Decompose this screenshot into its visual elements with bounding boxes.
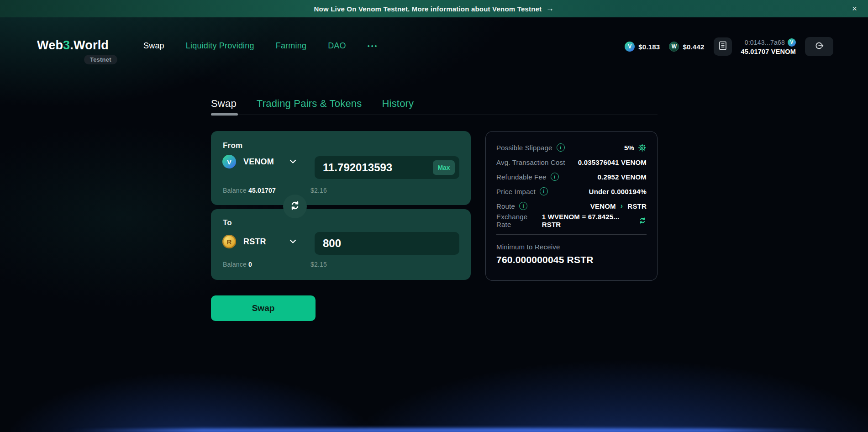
exchange-rate-row: Exchange Rate 1 WVENOM = 67.8425... RSTR [496,216,647,225]
disconnect-button[interactable] [805,37,833,56]
testnet-badge: Testnet [84,55,117,64]
wallet-venom-icon: V [788,38,796,47]
chevron-down-icon [289,237,296,246]
to-amount-input[interactable] [315,232,459,255]
to-token-name: RSTR [243,237,266,247]
avg-transaction-cost-row: Avg. Transaction Cost 0.035376041 VENOM [496,158,647,167]
refundable-fee-row: Refundable Feei 0.2952 VENOM [496,172,647,181]
from-balance: Balance45.01707 [223,187,276,194]
to-label: To [223,218,232,227]
to-balance-value: 0 [248,261,252,268]
wallet-address: 0:0143...7a68 [745,39,785,46]
info-icon[interactable]: i [540,187,548,195]
main-nav: Swap Liquidity Providing Farming DAO ••• [143,41,378,51]
venom-price[interactable]: V $0.183 [625,42,660,52]
possible-slippage-row: Possible Slippagei 5% [496,143,647,152]
logo[interactable]: Web3.World [37,38,109,53]
swap-direction-button[interactable] [283,195,307,218]
details-divider [496,234,647,235]
exchange-rate-value: 1 WVENOM = 67.8425... RSTR [542,213,635,228]
from-panel: From V VENOM Max Balance45.01707 $2.16 [211,131,471,205]
banner-link[interactable]: Now Live On Venom Testnet. More informat… [314,4,554,13]
bottom-glow [64,428,831,432]
from-label: From [223,141,242,150]
nav-item-swap[interactable]: Swap [143,41,164,51]
possible-slippage-label: Possible Slippage [496,144,552,152]
minimum-receive-value: 760.000000045 RSTR [496,254,647,265]
to-amount-wrap [315,232,459,255]
info-icon[interactable]: i [551,173,559,181]
swap-submit-button[interactable]: Swap [211,295,316,321]
document-icon [719,41,727,52]
from-balance-value: 45.01707 [248,187,276,194]
refresh-icon[interactable] [638,216,647,225]
route-row: Routei VENOM › RSTR [496,201,647,211]
nav-item-more[interactable]: ••• [368,42,379,50]
info-icon[interactable]: i [519,202,527,210]
swap-details-panel: Possible Slippagei 5% Avg. Transaction C… [485,131,658,281]
active-tab-indicator [211,113,238,116]
price-impact-label: Price Impact [496,188,536,195]
from-token-select[interactable]: V VENOM [222,155,296,169]
venom-icon: V [625,42,635,52]
route-from: VENOM [590,202,616,210]
possible-slippage-value: 5% [624,144,634,152]
price-impact-value: Under 0.000194% [589,188,647,195]
venom-token-icon: V [222,155,236,169]
arrow-right-icon: → [546,4,554,13]
w3w-icon: W [669,42,679,52]
close-icon[interactable]: × [852,5,857,13]
refundable-fee-label: Refundable Fee [496,173,547,181]
wallet-info[interactable]: 0:0143...7a68 V 45.01707 VENOM [741,38,796,55]
tab-history[interactable]: History [382,98,414,110]
nav-item-farming[interactable]: Farming [276,41,306,51]
avg-cost-value: 0.035376041 VENOM [578,158,647,166]
info-icon[interactable]: i [557,143,565,152]
exchange-rate-label: Exchange Rate [496,213,542,228]
minimum-receive-label: Minimum to Receive [496,243,647,251]
tab-trading-pairs-tokens[interactable]: Trading Pairs & Tokens [257,98,362,110]
nav-item-liquidity-providing[interactable]: Liquidity Providing [186,41,254,51]
tab-swap[interactable]: Swap [211,98,237,110]
nav-item-dao[interactable]: DAO [328,41,346,51]
price-impact-row: Price Impacti Under 0.000194% [496,187,647,196]
swap-direction-icon [289,200,301,213]
header-right: V $0.183 W $0.442 0:0143...7a68 V 45.017… [625,37,833,57]
wallet-balance: 45.01707 VENOM [741,48,796,55]
logout-icon [814,41,824,53]
w3w-price-value: $0.442 [683,43,704,51]
chevron-down-icon [289,158,296,166]
w3w-price[interactable]: W $0.442 [669,42,704,52]
max-button[interactable]: Max [433,160,455,175]
from-usd-value: $2.16 [310,187,327,194]
refundable-fee-value: 0.2952 VENOM [598,173,647,181]
tabs-divider [211,115,658,115]
from-amount-wrap: Max [315,156,459,179]
to-panel: To R RSTR Balance0 $2.15 [211,209,471,280]
from-token-name: VENOM [243,157,274,167]
banner-text: Now Live On Venom Testnet. More informat… [314,5,542,13]
announcement-banner: Now Live On Venom Testnet. More informat… [0,0,868,17]
to-usd-value: $2.15 [310,261,327,268]
route-chevron-icon: › [621,202,623,210]
gear-icon[interactable] [638,143,647,152]
transactions-list-button[interactable] [714,37,732,56]
avg-cost-label: Avg. Transaction Cost [496,158,565,166]
route-to: RSTR [627,202,647,210]
venom-price-value: $0.183 [638,43,660,51]
route-label: Route [496,202,515,210]
page-tabs: Swap Trading Pairs & Tokens History [211,98,414,110]
to-balance: Balance0 [223,261,252,268]
to-token-select[interactable]: R RSTR [222,235,296,248]
rstr-token-icon: R [222,235,236,248]
